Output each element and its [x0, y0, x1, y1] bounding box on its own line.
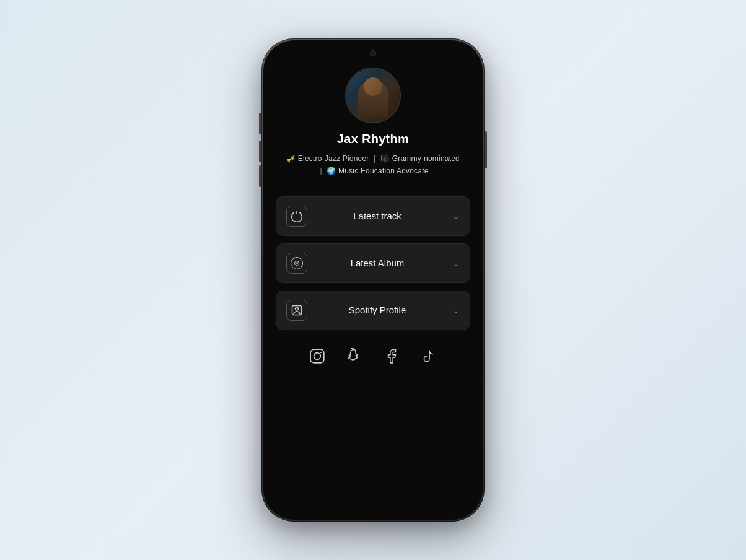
- spotify-profile-label: Spotify Profile: [315, 305, 440, 315]
- bio-text-2: Grammy-nominated: [392, 154, 460, 163]
- chevron-down-icon: ⌄: [452, 211, 460, 221]
- svg-rect-2: [310, 349, 324, 363]
- svg-point-3: [314, 352, 321, 359]
- artist-name: Jax Rhythm: [337, 132, 409, 146]
- svg-point-4: [320, 352, 322, 353]
- phone-frame: Jax Rhythm 🎺 Electro-Jazz Pioneer | 🎼 Gr…: [261, 38, 485, 522]
- latest-track-label: Latest track: [315, 211, 440, 221]
- power-icon: [286, 206, 307, 227]
- tiktok-icon[interactable]: [418, 345, 440, 367]
- phone-screen: Jax Rhythm 🎺 Electro-Jazz Pioneer | 🎼 Gr…: [263, 40, 483, 520]
- bio-text: 🎺 Electro-Jazz Pioneer | 🎼 Grammy-nomina…: [286, 152, 460, 178]
- camera-area: [263, 40, 483, 56]
- latest-album-label: Latest Album: [315, 258, 440, 268]
- latest-track-button[interactable]: Latest track ⌄: [276, 196, 470, 236]
- svg-point-1: [296, 307, 299, 310]
- bio-text-3: Music Education Advocate: [338, 167, 429, 175]
- chevron-down-icon: ⌄: [452, 305, 460, 315]
- profile-section: Jax Rhythm 🎺 Electro-Jazz Pioneer | 🎼 Gr…: [263, 61, 483, 190]
- bio-text-1: Electro-Jazz Pioneer: [298, 154, 369, 163]
- record-icon: [286, 253, 307, 274]
- snapchat-icon[interactable]: [343, 345, 366, 367]
- avatar-image: [346, 69, 400, 122]
- bio-emoji-2: 🎼: [380, 154, 390, 163]
- spotify-profile-button[interactable]: Spotify Profile ⌄: [276, 291, 470, 330]
- facebook-icon[interactable]: [380, 345, 403, 367]
- avatar: [345, 68, 401, 123]
- camera-dot: [370, 50, 376, 56]
- chevron-down-icon: ⌄: [452, 258, 460, 268]
- social-icons-section: [263, 330, 483, 367]
- bio-emoji-1: 🎺: [286, 154, 296, 163]
- links-section: Latest track ⌄ Latest Album ⌄: [263, 190, 483, 330]
- latest-album-button[interactable]: Latest Album ⌄: [276, 243, 470, 283]
- bio-emoji-3: 🌍: [327, 167, 336, 175]
- person-icon: [286, 300, 307, 321]
- instagram-icon[interactable]: [306, 345, 328, 367]
